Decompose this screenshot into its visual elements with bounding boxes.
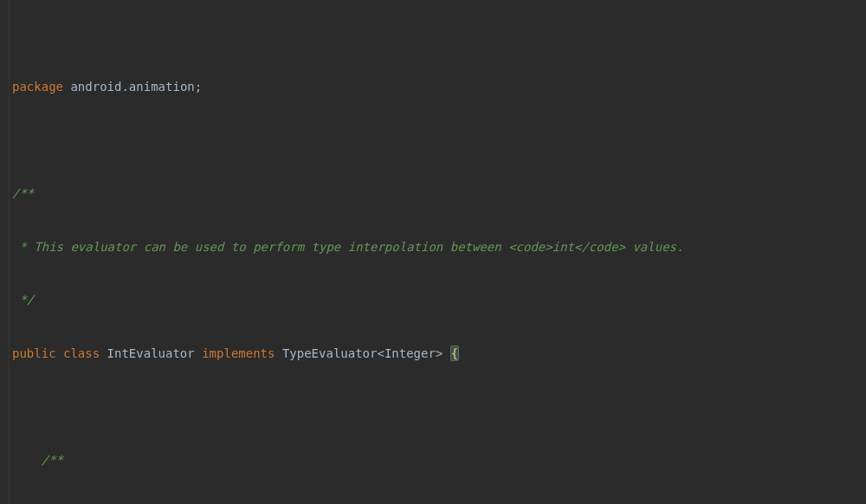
angle-open: <	[377, 346, 384, 360]
javadoc-text: * This evaluator can be used to perform …	[12, 240, 683, 254]
javadoc-open: /**	[12, 453, 63, 467]
package-name: android.animation	[63, 80, 195, 94]
javadoc-line: * This evaluator can be used to perform …	[12, 238, 866, 256]
keyword-implements: implements	[195, 346, 275, 360]
class-name: IntEvaluator	[100, 346, 195, 360]
keyword-public: public	[12, 346, 56, 360]
type-ref: TypeEvaluator	[275, 346, 377, 360]
blank-line	[12, 132, 866, 150]
semicolon: ;	[195, 80, 202, 94]
brace-open-matched: {	[450, 346, 459, 361]
javadoc-line: */	[12, 291, 866, 309]
javadoc-open: /**	[12, 186, 34, 200]
type-ref: Integer	[385, 346, 436, 360]
javadoc-line: /**	[12, 451, 866, 469]
space	[443, 346, 449, 360]
keyword-package: package	[12, 80, 63, 94]
blank-line	[12, 397, 866, 416]
code-line: package android.animation;	[12, 78, 866, 96]
keyword-class: class	[56, 346, 100, 360]
code-line: public class IntEvaluator implements Typ…	[12, 345, 866, 363]
code-editor[interactable]: package android.animation; /** * This ev…	[0, 0, 866, 504]
javadoc-line: /**	[12, 184, 866, 203]
javadoc-close: */	[12, 293, 34, 307]
